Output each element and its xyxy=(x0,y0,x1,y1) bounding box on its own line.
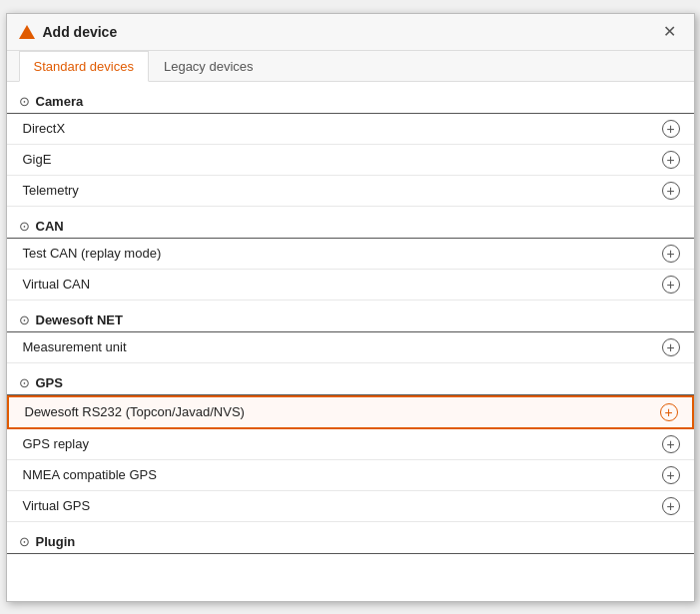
device-name-virtual-gps: Virtual GPS xyxy=(23,498,91,513)
section-gps-header: ⊙ GPS xyxy=(7,367,694,395)
device-row-nmea-compatible[interactable]: NMEA compatible GPS + xyxy=(7,460,694,491)
tabs-row: Standard devices Legacy devices xyxy=(7,51,694,82)
device-name-telemetry: Telemetry xyxy=(23,183,79,198)
add-directx-icon[interactable]: + xyxy=(662,120,680,138)
plugin-collapse-icon: ⊙ xyxy=(19,534,30,549)
device-row-dewesoft-rs232[interactable]: Dewesoft RS232 (Topcon/Javad/NVS) + xyxy=(7,395,694,429)
device-row-test-can[interactable]: Test CAN (replay mode) + xyxy=(7,239,694,270)
device-name-gps-replay: GPS replay xyxy=(23,436,89,451)
device-row-gps-replay[interactable]: GPS replay + xyxy=(7,429,694,460)
add-measurement-unit-icon[interactable]: + xyxy=(662,338,680,356)
add-virtual-can-icon[interactable]: + xyxy=(662,276,680,294)
close-button[interactable]: ✕ xyxy=(657,22,682,42)
section-camera-header: ⊙ Camera xyxy=(7,86,694,114)
gps-section-title: GPS xyxy=(36,375,63,390)
device-row-measurement-unit[interactable]: Measurement unit + xyxy=(7,332,694,363)
device-name-test-can: Test CAN (replay mode) xyxy=(23,246,162,261)
device-row-virtual-can[interactable]: Virtual CAN + xyxy=(7,270,694,301)
tab-standard-devices[interactable]: Standard devices xyxy=(19,51,149,82)
content-area: ⊙ Camera DirectX + GigE + Telemetry + ⊙ … xyxy=(7,82,694,601)
device-name-dewesoft-rs232: Dewesoft RS232 (Topcon/Javad/NVS) xyxy=(25,404,245,419)
camera-section-title: Camera xyxy=(36,94,84,109)
camera-collapse-icon: ⊙ xyxy=(19,94,30,109)
section-dewesoft-net-header: ⊙ Dewesoft NET xyxy=(7,305,694,332)
device-row-virtual-gps[interactable]: Virtual GPS + xyxy=(7,491,694,522)
add-device-dialog: Add device ✕ Standard devices Legacy dev… xyxy=(6,13,695,602)
can-collapse-icon: ⊙ xyxy=(19,219,30,234)
add-telemetry-icon[interactable]: + xyxy=(662,182,680,200)
device-row-directx[interactable]: DirectX + xyxy=(7,114,694,145)
add-gige-icon[interactable]: + xyxy=(662,151,680,169)
add-dewesoft-rs232-icon[interactable]: + xyxy=(660,403,678,421)
plugin-section-title: Plugin xyxy=(36,534,76,549)
section-can-header: ⊙ CAN xyxy=(7,211,694,239)
device-name-gige: GigE xyxy=(23,152,52,167)
device-name-measurement-unit: Measurement unit xyxy=(23,339,127,354)
dewesoft-net-collapse-icon: ⊙ xyxy=(19,312,30,327)
scroll-area[interactable]: ⊙ Camera DirectX + GigE + Telemetry + ⊙ … xyxy=(7,82,694,601)
gps-collapse-icon: ⊙ xyxy=(19,375,30,390)
tab-legacy-devices[interactable]: Legacy devices xyxy=(149,51,269,82)
device-row-telemetry[interactable]: Telemetry + xyxy=(7,176,694,207)
device-row-gige[interactable]: GigE + xyxy=(7,145,694,176)
add-test-can-icon[interactable]: + xyxy=(662,245,680,263)
section-plugin-header: ⊙ Plugin xyxy=(7,526,694,554)
title-row: Add device xyxy=(19,24,118,40)
dialog-title: Add device xyxy=(43,24,118,40)
device-name-directx: DirectX xyxy=(23,121,66,136)
add-nmea-compatible-icon[interactable]: + xyxy=(662,466,680,484)
logo-icon xyxy=(19,25,35,39)
dewesoft-net-section-title: Dewesoft NET xyxy=(36,312,123,327)
dialog-header: Add device ✕ xyxy=(7,14,694,51)
device-name-nmea-compatible: NMEA compatible GPS xyxy=(23,467,157,482)
device-name-virtual-can: Virtual CAN xyxy=(23,277,91,292)
add-gps-replay-icon[interactable]: + xyxy=(662,435,680,453)
can-section-title: CAN xyxy=(36,219,64,234)
add-virtual-gps-icon[interactable]: + xyxy=(662,497,680,515)
